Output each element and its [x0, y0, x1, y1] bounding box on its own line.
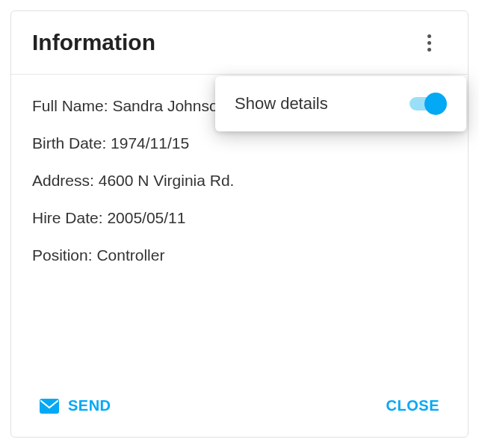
send-button-label: SEND: [68, 397, 111, 414]
show-details-switch[interactable]: [405, 93, 447, 115]
info-label: Address: [32, 172, 90, 189]
mail-icon: [40, 399, 59, 414]
info-value: 2005/05/11: [107, 209, 185, 226]
info-value: Controller: [96, 246, 164, 264]
info-label: Position: [32, 246, 88, 264]
more-vertical-icon: [427, 34, 431, 52]
info-label: Full Name: [32, 97, 104, 114]
card-title: Information: [32, 30, 155, 55]
card-actions: SEND CLOSE: [11, 378, 468, 437]
show-details-popup: Show details: [215, 76, 466, 131]
popup-label: Show details: [235, 94, 328, 113]
info-value: Sandra Johnson: [112, 97, 226, 114]
info-value: 1974/11/15: [111, 134, 189, 152]
close-button-label: CLOSE: [386, 397, 439, 414]
switch-thumb: [424, 93, 447, 115]
info-label: Birth Date: [32, 134, 102, 152]
info-line-address: Address: 4600 N Virginia Rd.: [32, 172, 447, 190]
more-options-button[interactable]: [415, 29, 442, 56]
svg-rect-0: [40, 399, 59, 414]
close-button[interactable]: CLOSE: [379, 391, 447, 420]
info-card: Information Full Name: Sandra Johnson Bi…: [10, 10, 469, 438]
send-button[interactable]: SEND: [32, 391, 119, 420]
info-line-hire-date: Hire Date: 2005/05/11: [32, 209, 447, 227]
info-line-birth-date: Birth Date: 1974/11/15: [32, 134, 447, 152]
card-header: Information: [11, 11, 468, 75]
info-line-position: Position: Controller: [32, 246, 447, 264]
info-value: 4600 N Virginia Rd.: [99, 172, 235, 189]
info-label: Hire Date: [32, 209, 99, 226]
